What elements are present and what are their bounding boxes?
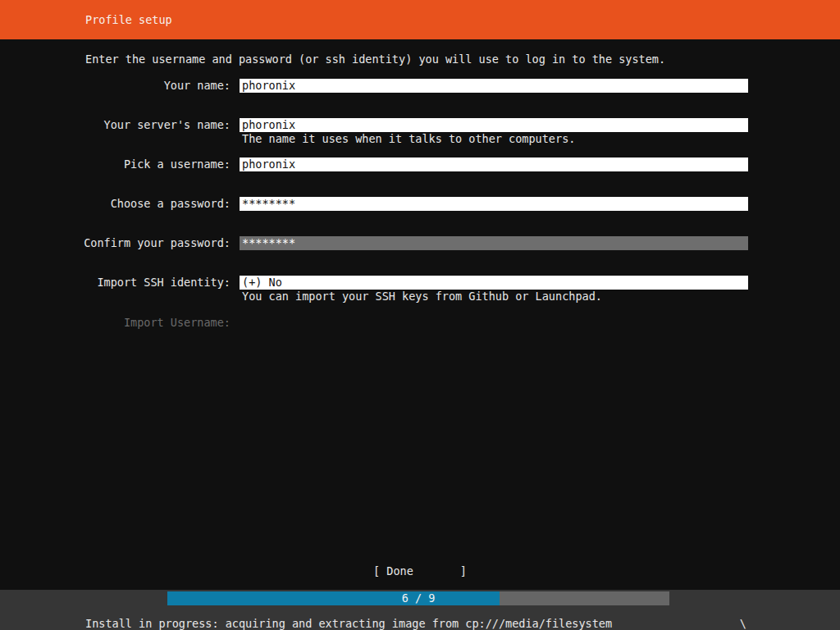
done-row: [ Done ]	[0, 564, 840, 578]
username-label: Pick a username:	[0, 158, 231, 171]
confirm-password-label: Confirm your password:	[0, 236, 231, 250]
server-name-input[interactable]: phoronix	[240, 118, 748, 132]
confirm-password-input[interactable]: ********	[240, 236, 748, 250]
your-name-label: Your name:	[0, 79, 231, 93]
spinner-icon: \	[740, 617, 746, 630]
install-status-text: Install in progress: acquiring and extra…	[85, 617, 612, 630]
profile-setup-screen: { "header": { "title": "Profile setup" }…	[0, 0, 840, 630]
title-bar: Profile setup	[0, 0, 840, 39]
username-input[interactable]: phoronix	[240, 158, 748, 171]
server-name-label: Your server's name:	[0, 118, 231, 132]
password-input[interactable]: ********	[240, 197, 748, 211]
password-label: Choose a password:	[0, 197, 231, 211]
install-progress-bar: 6 / 9	[167, 591, 669, 605]
done-button[interactable]: [ Done ]	[373, 564, 467, 578]
ssh-identity-select[interactable]: (+) No	[240, 276, 748, 290]
intro-text: Enter the username and password (or ssh …	[85, 52, 665, 66]
server-name-help: The name it uses when it talks to other …	[242, 132, 575, 146]
page-title: Profile setup	[85, 0, 172, 39]
ssh-identity-label: Import SSH identity:	[0, 276, 231, 290]
install-progress-step: 6 / 9	[167, 591, 669, 605]
import-username-label: Import Username:	[0, 316, 231, 330]
ssh-identity-help: You can import your SSH keys from Github…	[242, 290, 602, 304]
your-name-input[interactable]: phoronix	[240, 79, 748, 93]
footer: 6 / 9 Install in progress: acquiring and…	[0, 590, 840, 630]
